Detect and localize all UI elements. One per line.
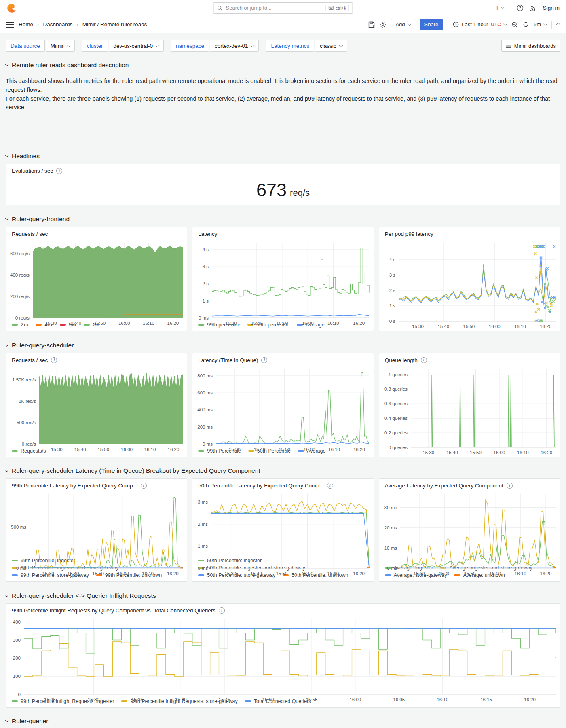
- zoom-out-icon[interactable]: [511, 21, 518, 28]
- panel-frontend-per-pod-p99: Per pod p99 latency 15:3015:4015:5016:00…: [379, 227, 560, 331]
- svg-text:16:10: 16:10: [517, 450, 528, 455]
- settings-gear-icon[interactable]: [380, 21, 386, 28]
- stat-unit: req/s: [290, 188, 310, 198]
- grafana-logo[interactable]: [6, 3, 17, 13]
- sign-in-link[interactable]: Sign in: [543, 5, 560, 11]
- refresh-interval-picker[interactable]: 5m: [534, 21, 547, 28]
- svg-text:16:20: 16:20: [353, 571, 365, 576]
- svg-text:100: 100: [13, 674, 21, 679]
- breadcrumb-home[interactable]: Home: [19, 21, 33, 28]
- section-ruler-query-frontend[interactable]: Ruler-query-frontend: [6, 216, 560, 223]
- avg-breakout-chart[interactable]: 15:3015:4015:5016:0016:1016:200 ms10 ms2…: [379, 490, 560, 563]
- frontend-per-pod-chart[interactable]: 15:3015:4015:5016:0016:1016:200 s1 s2 s3…: [379, 239, 560, 331]
- add-button[interactable]: Add: [391, 19, 415, 30]
- svg-text:1K req/s: 1K req/s: [19, 399, 36, 404]
- list-icon: [506, 44, 511, 48]
- panel-title[interactable]: Queue length: [385, 357, 418, 363]
- info-icon[interactable]: i: [421, 357, 427, 363]
- panel-title[interactable]: 50th Percentile Latency by Expected Quer…: [198, 483, 324, 489]
- svg-text:15:50: 15:50: [277, 321, 288, 326]
- svg-text:15:40: 15:40: [439, 571, 450, 576]
- svg-text:500 ms: 500 ms: [11, 525, 26, 529]
- keyboard-icon: [329, 6, 334, 10]
- panel-title[interactable]: 99th Percentile Latency by Expected Quer…: [12, 483, 137, 489]
- datasource-select[interactable]: Mimir: [46, 40, 75, 52]
- svg-text:15:50: 15:50: [470, 450, 482, 455]
- info-icon[interactable]: i: [507, 483, 513, 489]
- scheduler-rps-chart[interactable]: 15:3015:4015:5016:0016:1016:200 req/s500…: [6, 365, 187, 447]
- section-ruler-query-scheduler[interactable]: Ruler-query-scheduler: [6, 342, 560, 349]
- kiosk-collapse-icon[interactable]: [556, 23, 560, 27]
- top-navbar: Search or jump to... ctrl+k + Sign in: [0, 0, 566, 16]
- info-icon[interactable]: i: [261, 357, 267, 363]
- panel-title[interactable]: Average Latency by Expected Query Compon…: [385, 483, 503, 489]
- svg-text:0 ms: 0 ms: [203, 442, 213, 447]
- svg-text:16:00: 16:00: [349, 697, 361, 702]
- breadcrumb-separator: ›: [76, 21, 78, 28]
- svg-text:0 ms: 0 ms: [198, 566, 208, 571]
- section-ruler-querier[interactable]: Ruler-querier: [6, 717, 560, 725]
- new-dropdown-button[interactable]: +: [495, 4, 503, 12]
- info-icon[interactable]: i: [141, 483, 147, 489]
- time-range-picker[interactable]: Last 1 hour UTC: [453, 21, 507, 28]
- latency-metrics-label: Latency metrics: [266, 40, 314, 52]
- section-headlines[interactable]: Headlines: [6, 152, 560, 160]
- menu-hamburger-icon[interactable]: [6, 22, 14, 28]
- svg-text:16:15: 16:15: [480, 697, 492, 702]
- svg-text:16:00: 16:00: [493, 450, 505, 455]
- queue-latency-chart[interactable]: 15:3015:4015:5016:0016:1016:200 ms200 ms…: [192, 365, 373, 447]
- info-icon[interactable]: i: [56, 168, 62, 174]
- svg-text:16:20: 16:20: [167, 321, 179, 326]
- help-icon[interactable]: [517, 4, 524, 11]
- panel-frontend-latency: Latency 15:3015:4015:5016:0016:1016:200 …: [192, 227, 374, 331]
- svg-text:15:50: 15:50: [279, 447, 290, 452]
- info-icon[interactable]: i: [219, 607, 225, 614]
- latency-metrics-select[interactable]: classic: [315, 40, 347, 52]
- panel-title[interactable]: Requests / sec: [12, 231, 48, 237]
- refresh-icon[interactable]: [523, 21, 529, 28]
- frontend-rps-chart[interactable]: 15:3015:4015:5016:0016:1016:200 req/s200…: [6, 239, 187, 320]
- namespace-select[interactable]: cortex-dev-01: [210, 40, 259, 52]
- info-icon[interactable]: i: [327, 483, 333, 489]
- svg-text:15:50: 15:50: [464, 571, 475, 576]
- panel-title[interactable]: Latency: [198, 231, 217, 237]
- svg-text:4 s: 4 s: [389, 257, 395, 262]
- panel-title[interactable]: Requests / sec: [12, 357, 48, 363]
- panel-title[interactable]: 99th Percentile Inflight Requests by Que…: [12, 607, 215, 614]
- search-input[interactable]: Search or jump to... ctrl+k: [213, 2, 353, 14]
- panel-title[interactable]: Per pod p99 latency: [385, 231, 433, 237]
- svg-text:16:00: 16:00: [302, 571, 313, 576]
- svg-text:16:20: 16:20: [524, 697, 536, 702]
- svg-text:500 req/s: 500 req/s: [17, 420, 36, 425]
- clock-icon: [453, 21, 459, 28]
- save-dashboard-icon[interactable]: [368, 21, 375, 28]
- svg-text:15:30: 15:30: [229, 447, 241, 452]
- info-icon[interactable]: i: [51, 357, 57, 363]
- svg-text:1.50K req/s: 1.50K req/s: [12, 377, 36, 382]
- mimir-dashboards-button[interactable]: Mimir dashboards: [501, 40, 560, 52]
- svg-text:200: 200: [13, 656, 21, 660]
- queue-length-chart[interactable]: 15:3015:4015:5016:0016:1016:200 queries0…: [379, 365, 560, 457]
- svg-text:16:20: 16:20: [540, 571, 551, 576]
- section-inflight[interactable]: Ruler-query-scheduler <-> Querier Inflig…: [6, 592, 560, 599]
- svg-text:16:10: 16:10: [514, 324, 526, 329]
- p99-breakout-chart[interactable]: 15:3015:4015:5016:0016:1016:200 ms500 ms: [6, 490, 187, 556]
- inflight-chart[interactable]: 15:2515:3015:3515:4015:4515:5015:5516:00…: [6, 615, 560, 697]
- panel-title[interactable]: Latency (Time in Queue): [198, 357, 258, 363]
- section-description[interactable]: Remote ruler reads dashboard description: [6, 61, 560, 69]
- p50-breakout-chart[interactable]: 15:3015:4015:5016:0016:1016:200 ms1 ms2 …: [192, 490, 373, 556]
- svg-text:15:50: 15:50: [92, 571, 104, 576]
- timezone-label: UTC: [491, 22, 501, 28]
- share-button[interactable]: Share: [420, 19, 443, 30]
- breadcrumb-dashboards[interactable]: Dashboards: [43, 21, 73, 28]
- svg-text:3 s: 3 s: [389, 273, 395, 277]
- search-placeholder: Search or jump to...: [226, 5, 323, 11]
- news-rss-icon[interactable]: [530, 5, 536, 11]
- svg-text:2 s: 2 s: [389, 288, 395, 293]
- section-breakout[interactable]: Ruler-query-scheduler Latency (Time in Q…: [6, 467, 560, 474]
- svg-text:30 ms: 30 ms: [384, 505, 397, 510]
- panel-title[interactable]: Evaluations / sec: [12, 168, 53, 174]
- svg-text:16:00: 16:00: [489, 571, 501, 576]
- cluster-select[interactable]: dev-us-central-0: [109, 40, 164, 52]
- frontend-latency-chart[interactable]: 15:3015:4015:5016:0016:1016:200 ms1 s2 s…: [192, 239, 373, 320]
